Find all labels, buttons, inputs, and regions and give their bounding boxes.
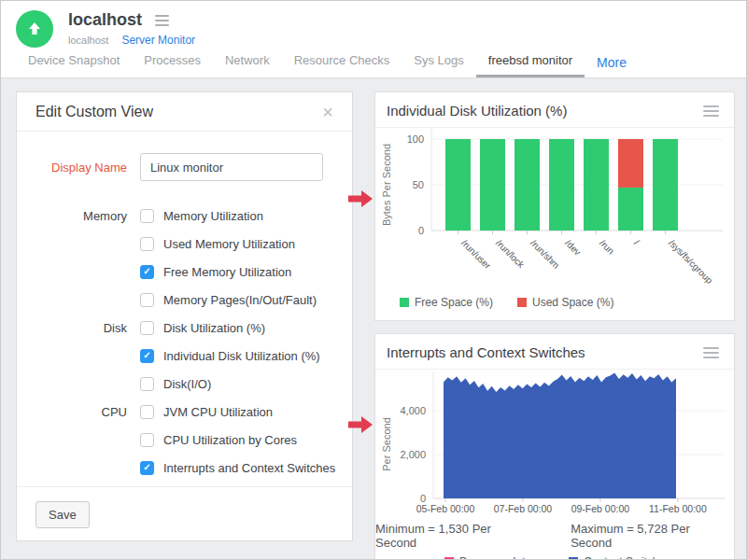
svg-text:100: 100	[407, 133, 424, 145]
option-row: ✓Free Memory Utilization	[17, 258, 352, 286]
svg-text:/run: /run	[598, 238, 616, 257]
disk-chart-legend: Free Space (%)Used Space (%)	[375, 292, 734, 320]
svg-text:/run/lock: /run/lock	[494, 238, 527, 271]
checkbox-free-memory-utilization[interactable]: ✓	[140, 265, 154, 279]
tab-processes[interactable]: Processes	[132, 46, 213, 77]
charts-column: Individual Disk Utilization (%) 050100/r…	[374, 91, 735, 560]
option-label: JVM CPU Utilization	[163, 405, 273, 419]
option-row: ✓Interrupts and Context Switches	[17, 454, 352, 482]
interrupts-chart-legend: Processor Inte...Context Switch..	[375, 552, 734, 560]
interrupts-card: Interrupts and Context Switches 02,0004,…	[374, 333, 735, 560]
legend-swatch	[517, 298, 527, 307]
svg-text:2,000: 2,000	[400, 449, 426, 460]
svg-text:/run/shm: /run/shm	[529, 238, 561, 271]
option-label: Disk(I/O)	[163, 377, 211, 391]
up-arrow-icon	[26, 21, 43, 37]
option-row: Memory Pages(In/Out/Fault)	[17, 286, 352, 314]
checkbox-disk-i-o-[interactable]	[140, 377, 154, 391]
edit-custom-view-dialog: Edit Custom View × Display Name MemoryMe…	[16, 91, 353, 541]
checkbox-cpu-utilization-by-cores[interactable]	[140, 433, 154, 447]
option-row: CPUJVM CPU Utilization	[17, 398, 352, 426]
tab-resource-checks[interactable]: Resource Checks	[282, 46, 402, 77]
legend-item: Used Space (%)	[517, 296, 613, 309]
svg-text:Bytes Per Second: Bytes Per Second	[381, 144, 392, 226]
page-title: localhost	[68, 10, 142, 30]
host-name: localhost	[68, 35, 108, 46]
svg-text:/run/user: /run/user	[459, 238, 493, 272]
option-row: ✓Individual Disk Utilization (%)	[17, 342, 352, 370]
display-name-input[interactable]	[140, 153, 323, 181]
svg-text:05-Feb 00:00: 05-Feb 00:00	[416, 503, 475, 514]
svg-text:/sys/fs/cgroup: /sys/fs/cgroup	[667, 238, 715, 287]
tab-device-snapshot[interactable]: Device Snapshot	[16, 46, 132, 77]
main-content: Edit Custom View × Display Name MemoryMe…	[1, 78, 746, 527]
option-row: CPU Utilization by Cores	[17, 426, 352, 454]
group-label-disk: Disk	[17, 321, 140, 335]
option-label: Memory Pages(In/Out/Fault)	[163, 293, 317, 307]
disk-chart-title: Individual Disk Utilization (%)	[387, 103, 567, 119]
checkbox-individual-disk-utilization-[interactable]: ✓	[140, 349, 154, 363]
svg-text:09-Feb 00:00: 09-Feb 00:00	[571, 503, 630, 514]
minimum-value: Minimum = 1,530 Per Second	[375, 522, 535, 550]
option-label: Disk Utilization (%)	[163, 321, 265, 335]
disk-utilization-bar-chart: 050100/run/user/run/lock/run/shm/dev/run…	[375, 128, 736, 288]
option-label: Individual Disk Utilization (%)	[163, 349, 320, 363]
checkbox-used-memory-utilization[interactable]	[140, 237, 154, 251]
pointer-arrow-disk-chart	[348, 189, 374, 208]
pointer-arrow-interrupts-chart	[348, 415, 374, 434]
checkbox-memory-utilization[interactable]	[140, 209, 154, 223]
legend-item: Processor Inte...	[444, 555, 541, 560]
dialog-title: Edit Custom View	[35, 104, 153, 120]
tab-bar: Device SnapshotProcessesNetworkResource …	[1, 48, 746, 78]
option-label: Free Memory Utilization	[163, 265, 291, 279]
svg-text:Per Second: Per Second	[381, 417, 392, 470]
legend-item: Context Switch..	[569, 555, 665, 560]
metric-options-list: MemoryMemory UtilizationUsed Memory Util…	[17, 202, 352, 482]
save-button[interactable]: Save	[35, 501, 90, 528]
legend-swatch	[400, 298, 409, 307]
svg-text:50: 50	[413, 179, 424, 190]
tab-more[interactable]: More	[585, 48, 639, 77]
legend-item: Free Space (%)	[400, 296, 493, 309]
tab-network[interactable]: Network	[213, 46, 282, 77]
header-menu-icon[interactable]	[153, 13, 171, 28]
option-label: Interrupts and Context Switches	[163, 461, 335, 475]
group-label-memory: Memory	[17, 209, 140, 223]
option-row: Disk(I/O)	[17, 370, 352, 398]
close-icon[interactable]: ×	[322, 103, 333, 121]
checkbox-disk-utilization-[interactable]	[140, 321, 154, 335]
svg-text:0: 0	[418, 225, 424, 236]
tab-sys-logs[interactable]: Sys Logs	[402, 46, 475, 77]
server-monitor-link[interactable]: Server Monitor	[121, 34, 195, 47]
option-label: CPU Utilization by Cores	[163, 433, 297, 447]
disk-utilization-card: Individual Disk Utilization (%) 050100/r…	[374, 91, 735, 321]
option-label: Used Memory Utilization	[163, 237, 295, 251]
group-label-cpu: CPU	[17, 405, 140, 419]
maximum-value: Maximum = 5,728 Per Second	[571, 522, 734, 550]
option-row: DiskDisk Utilization (%)	[17, 314, 352, 342]
option-row: MemoryMemory Utilization	[17, 202, 352, 230]
checkbox-interrupts-and-context-switches[interactable]: ✓	[140, 461, 154, 475]
interrupts-chart-title: Interrupts and Context Switches	[387, 344, 585, 360]
server-monitor-page: localhost localhost Server Monitor Devic…	[0, 0, 747, 560]
checkbox-jvm-cpu-utilization[interactable]	[140, 405, 154, 419]
interrupts-area-chart: 02,0004,00005-Feb 00:0007-Feb 00:0009-Fe…	[375, 370, 736, 515]
svg-text:/dev: /dev	[563, 238, 583, 258]
svg-text:07-Feb 00:00: 07-Feb 00:00	[494, 503, 553, 514]
option-row: Used Memory Utilization	[17, 230, 352, 258]
svg-text:11-Feb 00:00: 11-Feb 00:00	[649, 503, 707, 514]
svg-text:/: /	[632, 238, 641, 247]
svg-text:4,000: 4,000	[400, 405, 426, 416]
app-header: localhost localhost Server Monitor	[1, 1, 746, 48]
display-name-row: Display Name	[17, 153, 352, 181]
disk-chart-menu-icon[interactable]	[701, 104, 721, 119]
tab-freebsd-monitor[interactable]: freebsd monitor	[476, 46, 585, 77]
display-name-label: Display Name	[17, 161, 140, 175]
monitor-status-avatar	[16, 10, 53, 48]
checkbox-memory-pages-in-out-fault-[interactable]	[140, 293, 154, 307]
option-label: Memory Utilization	[163, 209, 263, 223]
interrupts-chart-menu-icon[interactable]	[701, 345, 721, 360]
